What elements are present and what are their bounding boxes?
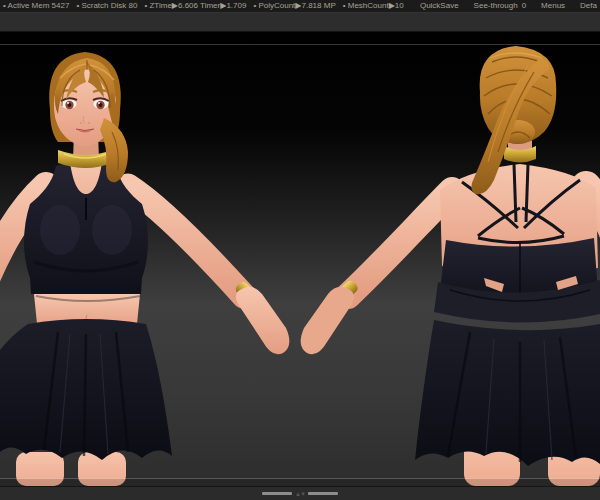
stat-polycount: • PolyCount▶7.818 MP bbox=[253, 0, 335, 12]
front-hand bbox=[236, 287, 289, 354]
menus-button[interactable]: Menus bbox=[541, 0, 565, 12]
see-through-label: See-through bbox=[474, 1, 518, 10]
stat-active-mem: • Active Mem 5427 bbox=[3, 0, 69, 12]
top-shelf bbox=[0, 12, 600, 32]
sculpting-app-window: • Active Mem 5427 • Scratch Disk 80 • ZT… bbox=[0, 0, 600, 500]
document-bottom-margin bbox=[0, 479, 600, 486]
stat-scratch-disk: • Scratch Disk 80 bbox=[76, 0, 137, 12]
stat-ztime-timer: • ZTime▶6.606 Timer▶1.709 bbox=[144, 0, 246, 12]
divider-bar-left bbox=[262, 492, 292, 495]
back-hand bbox=[301, 287, 354, 354]
back-skirt bbox=[415, 320, 600, 466]
quicksave-button[interactable]: QuickSave bbox=[420, 0, 459, 12]
figure-back-view[interactable] bbox=[301, 46, 600, 486]
sculpt-render bbox=[0, 32, 600, 486]
see-through-slider[interactable]: See-through0 bbox=[474, 0, 526, 12]
stat-meshcount: • MeshCount▶10 bbox=[343, 0, 404, 12]
status-bar-controls: QuickSave See-through0 Menus Defa bbox=[420, 0, 597, 12]
see-through-value: 0 bbox=[522, 1, 526, 10]
memory-stats: • Active Mem 5427 • Scratch Disk 80 • ZT… bbox=[3, 0, 404, 12]
document-canvas[interactable] bbox=[0, 32, 600, 486]
default-menu-button[interactable]: Defa bbox=[580, 0, 597, 12]
divider-bar-right bbox=[308, 492, 338, 495]
bottom-tray-bar: ▲▼ bbox=[0, 486, 600, 500]
top-status-bar: • Active Mem 5427 • Scratch Disk 80 • ZT… bbox=[0, 0, 600, 12]
back-right-arm bbox=[348, 190, 452, 296]
divider-arrows-icon: ▲▼ bbox=[295, 491, 305, 497]
figure-front-view[interactable] bbox=[0, 52, 289, 486]
tray-divider-handle[interactable]: ▲▼ bbox=[262, 491, 338, 497]
